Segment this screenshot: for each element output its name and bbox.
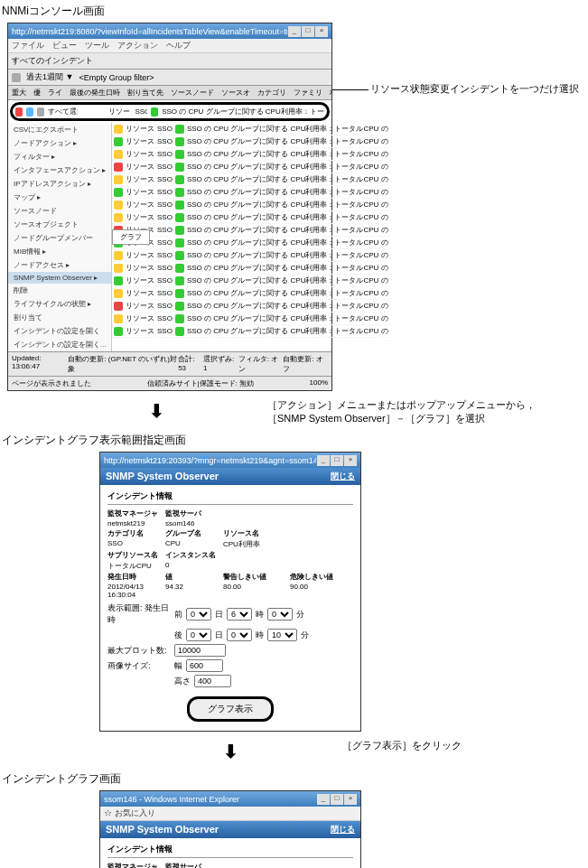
close-link[interactable]: 閉じる (331, 471, 355, 482)
max-plot-row: 最大プロット数: (107, 644, 353, 657)
status-zoom: 100% (310, 378, 328, 388)
severity-icon (114, 137, 123, 146)
incident-row[interactable]: リソースSSOSSO の CPU グループに関する CPU利用率：トータルCPU… (112, 262, 390, 275)
incident-row[interactable]: リソースSSOSSO の CPU グループに関する CPU利用率：トータルCPU… (112, 224, 390, 237)
before-min[interactable]: 0 (267, 608, 293, 621)
refresh-icon[interactable] (12, 73, 21, 82)
menu-map[interactable]: マップ ▸ (8, 191, 111, 204)
nnmi-menubar[interactable]: ファイル ビュー ツール アクション ヘルプ (8, 39, 331, 53)
menu-assign[interactable]: 割り当て (8, 311, 111, 324)
menu-nodegroup[interactable]: ノードグループメンバー (8, 231, 111, 245)
filter-text: フィルタ: オン (238, 354, 284, 374)
ie-titlebar: http://netmskt219:8080/?viewInfoId=allIn… (8, 23, 331, 39)
incident-row[interactable]: リソースSSOSSO の CPU グループに関する CPU利用率：トータルCPU… (112, 148, 390, 161)
selected-count-text: 選択ずみ: 1 (203, 354, 238, 374)
menu-ip-action[interactable]: IPアドレスアクション ▸ (8, 177, 111, 191)
menu-incident-config2[interactable]: インシデントの設定を開く... (8, 338, 111, 351)
before-day[interactable]: 0 (186, 608, 211, 621)
incident-info-table2: 監視マネージャ監視サーバ netmskt219ssom146 カテゴリ名グループ… (107, 862, 353, 868)
menu-node-access[interactable]: ノードアクセス ▸ (8, 258, 111, 272)
incident-info-heading2: インシデント情報 (107, 844, 353, 858)
menu-filter[interactable]: フィルター ▸ (8, 150, 111, 163)
menu-incident-config[interactable]: インシデントの設定を開く (8, 324, 111, 338)
close-link[interactable]: 閉じる (331, 824, 355, 835)
range-title: インシデントグラフ表示範囲指定画面 (2, 433, 588, 448)
menu-source-node[interactable]: ソースノード (8, 204, 111, 218)
height-input[interactable] (194, 675, 231, 687)
period-dropdown[interactable]: 過去1週間 ▼ (26, 71, 73, 83)
submenu-graph[interactable]: グラフ (112, 229, 150, 245)
window-buttons[interactable]: _□× (316, 793, 357, 805)
after-min[interactable]: 10 (267, 629, 297, 641)
corr-icon (175, 137, 184, 146)
ie-title-text: http://netmskt219:8080/?viewInfoId=allIn… (12, 27, 287, 36)
corr-icon (175, 213, 184, 222)
sso-cell: SSO (135, 107, 147, 116)
before-hour[interactable]: 6 (227, 608, 252, 621)
menu-csv-export[interactable]: CSVにエクスポート (8, 123, 111, 136)
annotation-3: ［グラフ表示］をクリック (342, 739, 462, 752)
group-filter-dropdown[interactable]: <Empty Group filter> (79, 73, 154, 82)
snmp-range-window: http://netmskt219:20393/?mngr=netmskt219… (99, 452, 361, 732)
nnmi-title: NNMiコンソール画面 (2, 4, 588, 19)
selected-incident-row[interactable]: すべて選択 リソース SSO SSO の CPU グループに関する CPU利用率… (13, 105, 327, 118)
nnmi-tab[interactable]: すべてのインシデント (8, 53, 331, 70)
incident-row[interactable]: リソースSSOSSO の CPU グループに関する CPU利用率：トータルCPU… (112, 313, 390, 325)
window-buttons[interactable]: _□× (316, 454, 357, 466)
select-all-menu[interactable]: すべて選択 (48, 107, 77, 117)
after-day[interactable]: 0 (186, 629, 211, 641)
severity-icon (114, 314, 123, 323)
corr-icon (151, 107, 158, 117)
incident-row[interactable]: リソースSSOSSO の CPU グループに関する CPU利用率：トータルCPU… (112, 211, 390, 224)
incident-row[interactable]: リソースSSOSSO の CPU グループに関する CPU利用率：トータルCPU… (112, 186, 390, 199)
menu-node-action[interactable]: ノードアクション ▸ (8, 136, 111, 150)
corr-icon (175, 302, 184, 311)
incident-row[interactable]: リソースSSOSSO の CPU グループに関する CPU利用率：トータルCPU… (112, 199, 390, 211)
severity-icon (114, 327, 123, 336)
severity-icon (114, 150, 123, 159)
arrow-icon: ⬇ (127, 742, 335, 761)
selected-incident-highlight: すべて選択 リソース SSO SSO の CPU グループに関する CPU利用率… (10, 102, 330, 121)
incident-row[interactable]: リソースSSOSSO の CPU グループに関する CPU利用率：トータルCPU… (112, 135, 390, 148)
incident-row[interactable]: リソースSSOSSO の CPU グループに関する CPU利用率：トータルCPU… (112, 161, 390, 173)
graph-show-button[interactable]: グラフ表示 (187, 696, 274, 722)
menu-if-action[interactable]: インタフェースアクション ▸ (8, 163, 111, 177)
severity-icon (114, 175, 123, 184)
nnmi-toolbar[interactable]: 過去1週間 ▼ <Empty Group filter> (8, 70, 331, 86)
incident-table-header: 重大 優 ライ 最後の発生日時 割り当て先 ソースノード ソースオ カテゴリ フ… (8, 86, 331, 100)
window-buttons[interactable]: _□× (287, 25, 328, 37)
menu-snmp-observer[interactable]: SNMP System Observer ▸ (8, 272, 111, 284)
status-mid: 信頼済みサイト|保護モード: 無効 (147, 378, 255, 388)
incident-row[interactable]: リソースSSOSSO の CPU グループに関する CPU利用率：トータルCPU… (112, 123, 390, 135)
incident-row[interactable]: リソースSSOSSO の CPU グループに関する CPU利用率：トータルCPU… (112, 325, 390, 338)
incident-row[interactable]: リソースSSOSSO の CPU グループに関する CPU利用率：トータルCPU… (112, 249, 390, 262)
menu-mib[interactable]: MIB情報 ▸ (8, 245, 111, 258)
corr-icon (175, 314, 184, 323)
incident-row[interactable]: リソースSSOSSO の CPU グループに関する CPU利用率：トータルCPU… (112, 287, 390, 300)
annotation-1: リソース状態変更インシデントを一つだけ選択 (370, 82, 579, 96)
nnmi-footer: Updated: 13:06:47 自動の更新: (GP.NET のいずれ)対象… (8, 351, 331, 376)
width-input[interactable] (186, 659, 223, 672)
corr-icon (175, 150, 184, 159)
incident-row[interactable]: リソースSSOSSO の CPU グループに関する CPU利用率：トータルCPU… (112, 237, 390, 249)
incident-row[interactable]: リソースSSOSSO の CPU グループに関する CPU利用率：トータルCPU… (112, 275, 390, 287)
max-plot-input[interactable] (174, 644, 226, 657)
ie-statusbar: ページが表示されました 信頼済みサイト|保護モード: 無効 100% (8, 376, 331, 390)
after-label: 後 (174, 630, 182, 641)
menu-source-object[interactable]: ソースオブジェクト (8, 218, 111, 231)
incident-row[interactable]: リソースSSOSSO の CPU グループに関する CPU利用率：トータルCPU… (112, 173, 390, 186)
menu-delete[interactable]: 削除 (8, 284, 111, 297)
severity-icon (114, 264, 123, 273)
nnmi-console-window: http://netmskt219:8080/?viewInfoId=allIn… (7, 23, 332, 391)
updated-text: Updated: 13:06:47 (12, 354, 68, 374)
annotation-2: ［アクション］メニューまたはポップアップメニューから， ［SNMP System… (267, 398, 536, 425)
menu-lifecycle[interactable]: ライフサイクルの状態 ▸ (8, 297, 111, 311)
after-hour[interactable]: 0 (227, 629, 252, 641)
corr-icon (175, 226, 184, 235)
context-menu[interactable]: CSVにエクスポート ノードアクション ▸ フィルター ▸ インタフェースアクシ… (8, 123, 112, 351)
corr-icon (175, 175, 184, 184)
ie-fav-bar[interactable]: ☆ お気に入り (100, 807, 360, 821)
incident-row[interactable]: リソースSSOSSO の CPU グループに関する CPU利用率：トータルCPU… (112, 300, 390, 313)
image-height-row: 高さ (107, 675, 353, 687)
incident-info-heading: インシデント情報 (107, 490, 353, 505)
